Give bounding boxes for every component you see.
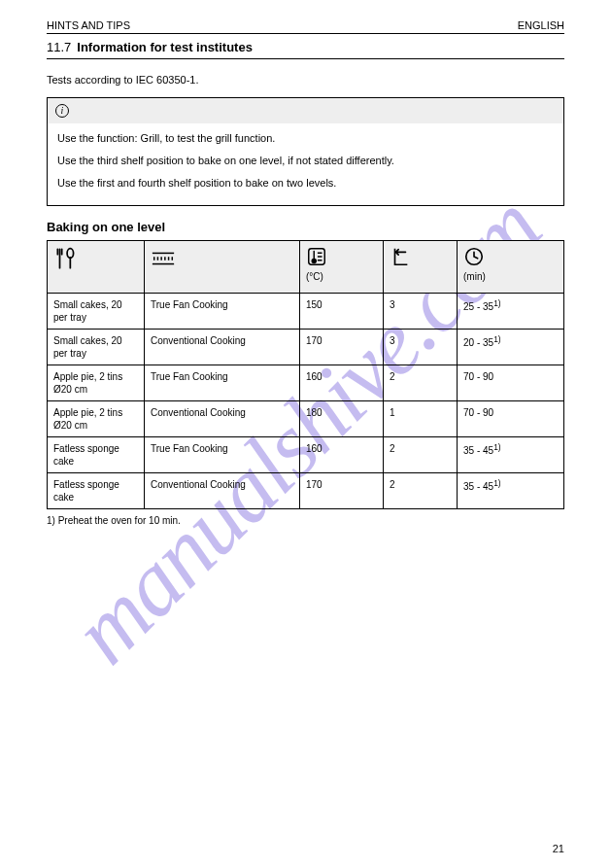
th-food — [48, 241, 145, 294]
cell-func: Conventional Cooking — [145, 401, 300, 437]
clock-icon — [463, 246, 485, 267]
info-icon: i — [55, 104, 69, 118]
cell-temp: 160 — [300, 365, 384, 401]
food-icon — [53, 246, 79, 271]
cell-time: 25 - 351) — [458, 294, 564, 330]
cell-temp: 150 — [300, 294, 384, 330]
cell-func: True Fan Cooking — [145, 437, 300, 473]
subsection-title: Baking on one level — [47, 220, 564, 234]
cell-shelf: 2 — [384, 365, 458, 401]
th-temperature: (°C) — [300, 241, 384, 294]
section-title: Information for test institutes — [77, 40, 253, 54]
svg-point-2 — [312, 260, 316, 263]
th-time-unit: (min) — [463, 270, 558, 283]
table-row: Apple pie, 2 tins Ø20 cm True Fan Cookin… — [48, 365, 564, 401]
cell-temp: 170 — [300, 330, 384, 365]
cell-temp: 180 — [300, 401, 384, 437]
page-content: HINTS AND TIPS ENGLISH 11.7 Information … — [0, 0, 611, 526]
table-row: Fatless sponge cake True Fan Cooking 160… — [48, 437, 564, 473]
section-heading-row: 11.7 Information for test institutes — [47, 40, 564, 59]
info-paragraph-1: Use the function: Grill, to test the gri… — [57, 131, 554, 146]
cell-shelf: 3 — [384, 294, 458, 330]
thermometer-icon — [306, 246, 327, 267]
info-paragraph-2: Use the third shelf position to bake on … — [57, 154, 554, 168]
info-box: i Use the function: Grill, to test the g… — [47, 97, 564, 207]
page-number: 21 — [553, 843, 564, 854]
cell-time: 70 - 90 — [458, 365, 564, 401]
cell-food: Fatless sponge cake — [48, 437, 145, 473]
cell-func: True Fan Cooking — [145, 294, 300, 330]
cell-shelf: 3 — [384, 330, 458, 365]
cell-time: 20 - 351) — [458, 330, 564, 365]
cell-food: Apple pie, 2 tins Ø20 cm — [48, 401, 145, 437]
cell-func: True Fan Cooking — [145, 365, 300, 401]
th-function — [145, 241, 300, 294]
section-number: 11.7 — [47, 40, 71, 54]
table-row: Small cakes, 20 per tray True Fan Cookin… — [48, 294, 564, 330]
svg-point-0 — [67, 249, 74, 259]
table-footnote: 1) Preheat the oven for 10 min. — [47, 515, 564, 526]
cell-food: Small cakes, 20 per tray — [48, 294, 145, 330]
page-header: HINTS AND TIPS ENGLISH — [47, 19, 564, 34]
shelf-position-icon — [390, 246, 411, 267]
th-shelf — [384, 241, 458, 294]
cell-food: Small cakes, 20 per tray — [48, 330, 145, 365]
cell-shelf: 2 — [384, 473, 458, 509]
cell-temp: 170 — [300, 473, 384, 509]
heating-function-icon — [151, 246, 176, 271]
cell-shelf: 2 — [384, 437, 458, 473]
svg-rect-1 — [309, 249, 325, 265]
intro-text: Tests according to IEC 60350-1. — [47, 73, 564, 87]
info-box-body: Use the function: Grill, to test the gri… — [48, 123, 563, 206]
info-box-header: i — [48, 98, 563, 123]
cell-time: 35 - 451) — [458, 473, 564, 509]
cell-time: 35 - 451) — [458, 437, 564, 473]
table-row: Fatless sponge cake Conventional Cooking… — [48, 473, 564, 509]
cell-food: Fatless sponge cake — [48, 473, 145, 509]
cooking-table: (°C) (min) Small — [47, 240, 564, 509]
table-body: Small cakes, 20 per tray True Fan Cookin… — [48, 294, 564, 509]
th-temp-unit: (°C) — [306, 270, 377, 283]
cell-shelf: 1 — [384, 401, 458, 437]
header-right: ENGLISH — [518, 19, 564, 31]
cell-time: 70 - 90 — [458, 401, 564, 437]
info-paragraph-3: Use the first and fourth shelf position … — [57, 176, 554, 191]
cell-temp: 160 — [300, 437, 384, 473]
cell-func: Conventional Cooking — [145, 330, 300, 365]
th-time: (min) — [458, 241, 564, 294]
cell-func: Conventional Cooking — [145, 473, 300, 509]
cell-food: Apple pie, 2 tins Ø20 cm — [48, 365, 145, 401]
table-row: Small cakes, 20 per tray Conventional Co… — [48, 330, 564, 365]
header-left: HINTS AND TIPS — [47, 19, 130, 31]
table-header-row: (°C) (min) — [48, 241, 564, 294]
table-row: Apple pie, 2 tins Ø20 cm Conventional Co… — [48, 401, 564, 437]
